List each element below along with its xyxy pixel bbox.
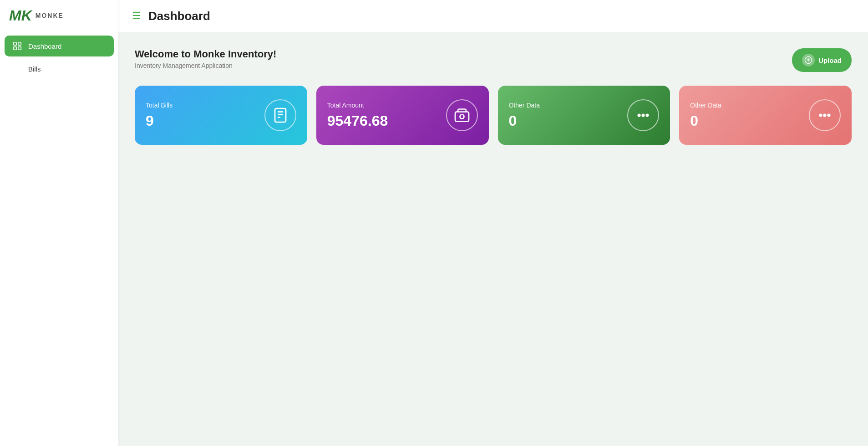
card-other-data-2-value: 0	[690, 113, 721, 129]
card-other-data-2-label: Other Data	[690, 102, 721, 109]
card-total-bills: Total Bills 9	[135, 86, 307, 145]
svg-rect-1	[18, 42, 21, 45]
welcome-section: Welcome to Monke Inventory! Inventory Ma…	[135, 48, 276, 69]
sidebar-nav: Dashboard Bills	[0, 36, 118, 79]
amount-card-icon	[446, 99, 478, 131]
sidebar-logo: MK MONKE	[0, 0, 118, 31]
main-content: Welcome to Monke Inventory! Inventory Ma…	[118, 32, 868, 446]
sidebar-item-dashboard[interactable]: Dashboard	[5, 36, 114, 56]
logo-monke: MONKE	[36, 12, 64, 19]
bills-card-icon	[264, 99, 296, 131]
svg-rect-2	[14, 47, 16, 50]
svg-rect-10	[275, 108, 286, 122]
svg-point-15	[460, 115, 464, 119]
more-card-icon-1	[627, 99, 659, 131]
card-other-data-1-text: Other Data 0	[509, 102, 540, 129]
svg-rect-0	[14, 42, 16, 45]
card-total-amount-label: Total Amount	[327, 102, 388, 109]
svg-point-16	[638, 114, 640, 117]
svg-point-20	[824, 114, 826, 117]
card-other-data-1-value: 0	[509, 113, 540, 129]
card-other-data-2-text: Other Data 0	[690, 102, 721, 129]
card-total-amount: Total Amount 95476.68	[316, 86, 489, 145]
upload-button[interactable]: Upload	[792, 48, 852, 72]
svg-point-21	[828, 114, 830, 117]
menu-icon[interactable]: ☰	[132, 10, 141, 22]
card-other-data-1: Other Data 0	[498, 86, 670, 145]
card-total-bills-value: 9	[146, 113, 173, 129]
sidebar-item-bills-label: Bills	[28, 65, 41, 73]
content-header: Welcome to Monke Inventory! Inventory Ma…	[135, 48, 852, 72]
main-wrapper: ☰ Dashboard Welcome to Monke Inventory! …	[118, 0, 868, 446]
cards-row: Total Bills 9 Total Amount 95476.68	[135, 86, 852, 145]
topbar: ☰ Dashboard	[118, 0, 868, 32]
svg-rect-14	[455, 112, 469, 122]
svg-rect-3	[18, 47, 21, 50]
sidebar-item-dashboard-label: Dashboard	[28, 42, 61, 50]
bills-icon	[12, 64, 23, 74]
svg-point-17	[642, 114, 645, 117]
svg-point-18	[646, 114, 649, 117]
card-other-data-1-label: Other Data	[509, 102, 540, 109]
svg-point-19	[820, 114, 822, 117]
sidebar-item-bills[interactable]: Bills	[5, 58, 114, 79]
svg-rect-4	[14, 65, 21, 73]
upload-button-label: Upload	[818, 56, 842, 64]
card-total-amount-value: 95476.68	[327, 113, 388, 129]
page-title: Dashboard	[148, 9, 210, 23]
card-total-bills-label: Total Bills	[146, 102, 173, 109]
dashboard-icon	[12, 41, 23, 51]
card-other-data-2: Other Data 0	[679, 86, 852, 145]
welcome-heading: Welcome to Monke Inventory!	[135, 48, 276, 60]
card-total-bills-text: Total Bills 9	[146, 102, 173, 129]
logo-mk: MK	[9, 8, 32, 23]
welcome-subheading: Inventory Management Application	[135, 62, 276, 69]
card-total-amount-text: Total Amount 95476.68	[327, 102, 388, 129]
sidebar: MK MONKE Dashboard	[0, 0, 118, 446]
more-card-icon-2	[809, 99, 841, 131]
upload-icon	[802, 54, 815, 67]
